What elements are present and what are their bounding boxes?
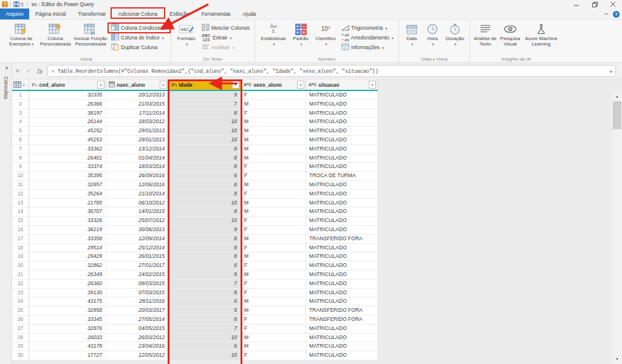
row-number[interactable]: 3: [12, 109, 29, 118]
row-number[interactable]: 21: [12, 271, 29, 280]
row-number[interactable]: 5: [12, 127, 29, 136]
close-button[interactable]: [604, 0, 622, 8]
save-icon[interactable]: [13, 1, 19, 7]
cell[interactable]: 33326: [29, 217, 106, 226]
tab-exibicao[interactable]: Exibição: [163, 8, 195, 19]
cell[interactable]: MATRICULADO: [306, 271, 378, 280]
cell[interactable]: 09/03/2015: [106, 280, 169, 289]
coluna-de-indice-button[interactable]: Coluna de Índice ▾: [109, 33, 168, 42]
estatisticas-button[interactable]: X̄σΣ Estatísticas▾: [258, 21, 289, 47]
cell[interactable]: MATRICULADO: [306, 154, 378, 163]
cell[interactable]: M: [241, 154, 306, 163]
tab-adicionar-coluna[interactable]: Adicionar Coluna: [112, 8, 164, 19]
cell[interactable]: 8: [169, 252, 241, 261]
cell[interactable]: 33374: [29, 163, 106, 172]
cell[interactable]: TRANSFERIDO FORA: [306, 235, 378, 244]
cell[interactable]: F: [241, 244, 306, 253]
row-number[interactable]: 8: [12, 154, 29, 163]
cell[interactable]: 26/09/2016: [106, 172, 169, 181]
analise-de-texto-button[interactable]: Análise de Texto: [473, 21, 498, 47]
filter-button[interactable]: ▾: [369, 81, 376, 89]
row-number[interactable]: 2: [12, 100, 29, 109]
cell[interactable]: TROCA DE TURMA: [306, 172, 378, 181]
cell[interactable]: 10: [169, 334, 241, 343]
row-number[interactable]: 7: [12, 145, 29, 154]
cell[interactable]: MATRICULADO: [306, 261, 378, 271]
cell[interactable]: F: [241, 351, 306, 360]
row-number[interactable]: 15: [12, 217, 29, 226]
row-number[interactable]: 18: [12, 244, 29, 253]
cell[interactable]: 9: [169, 91, 241, 100]
cell[interactable]: 12/05/2012: [106, 351, 169, 360]
cell[interactable]: 35264: [29, 190, 106, 199]
cell[interactable]: 6: [169, 181, 241, 190]
cell[interactable]: 10: [169, 118, 241, 127]
filter-button[interactable]: ▾: [160, 81, 167, 89]
expand-queries-icon[interactable]: [4, 66, 8, 70]
cell[interactable]: 01/04/2014: [106, 154, 169, 163]
cell[interactable]: 32335: [29, 91, 106, 100]
cell[interactable]: 12/06/2016: [106, 181, 169, 190]
cell[interactable]: 7: [169, 280, 241, 289]
cell[interactable]: 28/11/2016: [106, 297, 169, 306]
cell[interactable]: 39130: [29, 289, 106, 298]
filter-button[interactable]: ▾: [97, 81, 104, 89]
row-number[interactable]: 24: [12, 297, 29, 306]
cell[interactable]: M: [241, 100, 306, 109]
commit-formula-icon[interactable]: ✓: [23, 68, 34, 74]
row-number[interactable]: 11: [12, 181, 29, 190]
cell[interactable]: 13/12/2014: [106, 145, 169, 154]
cell[interactable]: MATRICULADO: [306, 181, 378, 190]
cell[interactable]: 9: [169, 226, 241, 235]
cell[interactable]: MATRICULADO: [306, 252, 378, 261]
cell[interactable]: 8: [169, 271, 241, 280]
cell[interactable]: MATRICULADO: [306, 118, 378, 127]
cell[interactable]: 8: [169, 235, 241, 244]
cell[interactable]: 27/01/2017: [106, 261, 169, 271]
cell[interactable]: M: [241, 252, 306, 261]
cell[interactable]: MATRICULADO: [306, 136, 378, 145]
coluna-de-exemplos-button[interactable]: Coluna de Exemplos▾: [4, 21, 38, 47]
cell[interactable]: 8: [169, 244, 241, 253]
cell[interactable]: 26033: [29, 334, 106, 343]
cell[interactable]: MATRICULADO: [306, 289, 378, 298]
cell[interactable]: 27/05/2014: [106, 315, 169, 325]
analisar-button[interactable]: Analisar ▾: [199, 42, 252, 52]
cell[interactable]: 23/04/2016: [106, 342, 169, 351]
cell[interactable]: F: [241, 289, 306, 298]
column-header-idade[interactable]: 1²₃ Idade ▾: [169, 79, 241, 90]
cell[interactable]: 33345: [29, 315, 106, 325]
cell[interactable]: 43178: [29, 342, 106, 351]
column-header-sexo-aluno[interactable]: AᴮC sexo_aluno ▾: [241, 79, 306, 90]
cell[interactable]: 7: [169, 100, 241, 109]
cell[interactable]: 26/03/2012: [106, 334, 169, 343]
cell[interactable]: 29/01/2013: [106, 127, 169, 136]
cancel-formula-icon[interactable]: ✕: [12, 68, 23, 74]
cell[interactable]: M: [241, 297, 306, 306]
cell[interactable]: 26349: [29, 271, 106, 280]
vertical-scrollbar[interactable]: ▲ ▼: [612, 93, 622, 364]
cell[interactable]: 38197: [29, 109, 106, 118]
duracao-button[interactable]: Duração▾: [443, 21, 467, 47]
cell[interactable]: 32862: [29, 261, 106, 271]
filter-button[interactable]: ▾: [297, 81, 304, 89]
scrollbar-thumb[interactable]: [613, 101, 621, 129]
cell[interactable]: 8: [169, 190, 241, 199]
formula-input[interactable]: = Table.ReorderColumns(#"Colunas Removid…: [47, 65, 616, 77]
cell[interactable]: 6: [169, 261, 241, 271]
cell[interactable]: M: [241, 199, 306, 208]
cell[interactable]: MATRICULADO: [306, 190, 378, 199]
row-number[interactable]: 10: [12, 172, 29, 181]
cell[interactable]: MATRICULADO: [306, 244, 378, 253]
expand-formula-icon[interactable]: [609, 69, 613, 73]
cell[interactable]: M: [241, 127, 306, 136]
cell[interactable]: F: [241, 163, 306, 172]
cell[interactable]: MATRICULADO: [306, 280, 378, 289]
cell[interactable]: 26360: [29, 280, 106, 289]
scroll-up-icon[interactable]: ▲: [612, 93, 622, 100]
cell[interactable]: 32858: [29, 306, 106, 315]
padrao-button[interactable]: +−÷× Padrão▾: [289, 21, 312, 47]
cell[interactable]: 8: [169, 154, 241, 163]
cell[interactable]: 10: [169, 127, 241, 136]
cell[interactable]: 17/11/2014: [106, 109, 169, 118]
